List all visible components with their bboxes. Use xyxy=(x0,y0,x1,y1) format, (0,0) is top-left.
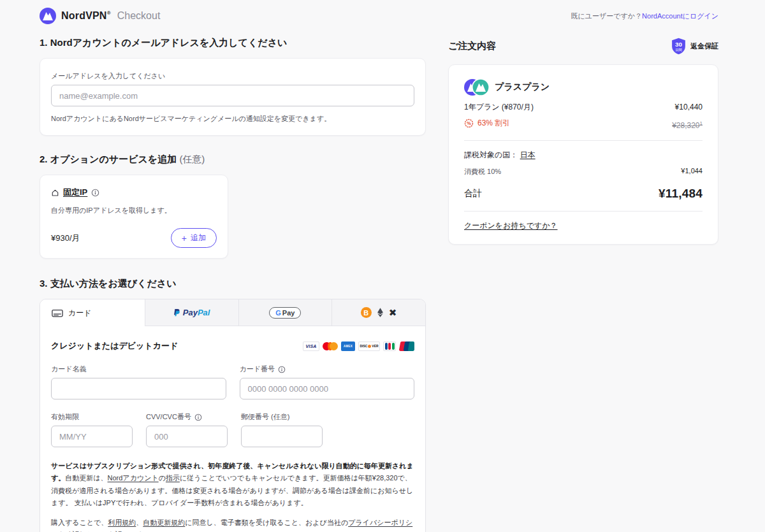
plus-icon: + xyxy=(182,234,187,243)
addon-add-button[interactable]: + 追加 xyxy=(171,228,217,248)
tab-gpay[interactable]: GPay xyxy=(239,299,333,326)
addon-card-dedicated-ip: 固定IP 自分専用のIPアドレスを取得します。 ¥930/月 + 追加 xyxy=(40,175,228,259)
discover-icon: DISCVER xyxy=(358,341,380,351)
tax-amount: ¥1,044 xyxy=(681,167,703,176)
brand: NordVPN® Checkout xyxy=(40,8,160,24)
jcb-icon xyxy=(383,341,396,351)
instructions-link[interactable]: 指示 xyxy=(166,474,180,482)
nordvpn-logo-icon xyxy=(40,8,56,24)
login-prompt: 既にユーザーですか？ xyxy=(571,12,643,20)
zip-label: 郵便番号 (任意) xyxy=(241,412,323,422)
legal-text: サービスはサブスクリプション形式で提供され、初年度終了後、キャンセルされない限り… xyxy=(51,460,414,532)
addon-name-link[interactable]: 固定IP xyxy=(63,187,87,198)
expiry-input[interactable] xyxy=(51,426,133,447)
payment-method-tabs: カード PayPal GPay xyxy=(40,299,425,326)
tax-country-row: 課税対象の国： 日本 xyxy=(464,150,703,161)
order-summary-card: プラスプラン 1年プラン (¥870/月) ¥10,440 % xyxy=(448,64,718,245)
plan-name: プラスプラン xyxy=(495,82,550,93)
terms-link[interactable]: 利用規約 xyxy=(108,519,136,526)
payment-panel: カード PayPal GPay xyxy=(40,299,426,532)
email-card: メールアドレスを入力してください NordアカウントにあるNordサービスマーケ… xyxy=(40,58,426,136)
paypal-logo-icon: PayPal xyxy=(173,308,210,317)
cvv-input[interactable] xyxy=(146,426,228,447)
top-header: NordVPN® Checkout 既にユーザーですか？NordAccountに… xyxy=(40,0,718,28)
xrp-icon: ✖ xyxy=(389,308,397,317)
cvv-label: CVV/CVC番号 xyxy=(146,412,191,422)
tax-label: 消費税 10% xyxy=(464,167,501,176)
tab-card[interactable]: カード xyxy=(40,299,145,326)
auto-renewal-terms-link[interactable]: 自動更新規約 xyxy=(143,519,185,526)
card-name-label: カード名義 xyxy=(51,364,226,374)
card-form: クレジットまたはデビットカード VISA AMEX DISCVER カード xyxy=(40,326,425,532)
tax-country-link[interactable]: 日本 xyxy=(520,150,536,159)
total-label: 合計 xyxy=(464,188,482,199)
credit-card-icon xyxy=(52,308,63,318)
card-brand-icons: VISA AMEX DISCVER xyxy=(303,341,414,351)
divider xyxy=(464,140,703,141)
gpay-logo-icon: GPay xyxy=(269,307,301,319)
addon-description: 自分専用のIPアドレスを取得します。 xyxy=(51,206,217,215)
amex-icon: AMEX xyxy=(341,341,355,351)
svg-text:30: 30 xyxy=(675,41,682,48)
unionpay-icon xyxy=(399,341,414,351)
info-icon[interactable] xyxy=(194,413,202,421)
tab-crypto[interactable]: B ✖ xyxy=(332,299,425,326)
home-icon xyxy=(51,189,59,197)
coupon-link[interactable]: クーポンをお持ちですか？ xyxy=(464,221,558,230)
ethereum-icon xyxy=(377,307,384,318)
svg-text:日間: 日間 xyxy=(675,48,681,52)
zip-input[interactable] xyxy=(241,426,323,447)
discount-label: % 63% 割引 xyxy=(464,118,510,129)
svg-text:%: % xyxy=(467,120,471,126)
addons-section-heading: 2. オプションのサービスを追加 (任意) xyxy=(40,154,426,166)
order-summary-heading: ご注文内容 xyxy=(448,40,496,52)
money-back-guarantee-badge: 30 日間 返金保証 xyxy=(671,38,718,55)
plan-price: ¥10,440 xyxy=(675,103,703,111)
divider xyxy=(464,211,703,212)
expiry-label: 有効期限 xyxy=(51,412,133,422)
brand-name: NordVPN® xyxy=(61,10,111,22)
card-name-input[interactable] xyxy=(51,378,226,399)
visa-icon: VISA xyxy=(303,341,319,351)
plan-term: 1年プラン (¥870/月) xyxy=(464,102,534,113)
nord-account-link[interactable]: Nordアカウント xyxy=(108,474,159,482)
info-icon[interactable] xyxy=(91,189,99,197)
money-back-label: 返金保証 xyxy=(690,41,718,51)
bitcoin-icon: B xyxy=(361,307,372,318)
original-price: ¥28,3201 xyxy=(672,120,703,130)
30day-shield-icon: 30 日間 xyxy=(671,38,687,55)
plus-plan-icon xyxy=(464,79,488,96)
percent-badge-icon: % xyxy=(464,119,474,128)
mastercard-icon xyxy=(323,341,338,351)
login-link[interactable]: NordAccountにログイン xyxy=(642,12,718,20)
email-section-heading: 1. Nordアカウントのメールアドレスを入力してください xyxy=(40,37,426,49)
email-input[interactable] xyxy=(51,85,414,106)
card-form-title: クレジットまたはデビットカード xyxy=(51,340,178,352)
login-area: 既にユーザーですか？NordAccountにログイン xyxy=(571,11,718,21)
card-number-label: カード番号 xyxy=(240,364,275,374)
tab-card-label: カード xyxy=(68,308,92,319)
addon-price: ¥930/月 xyxy=(51,233,80,244)
email-helper-text: NordアカウントにあるNordサービスマーケティングメールの通知設定を変更でき… xyxy=(51,114,414,124)
email-label: メールアドレスを入力してください xyxy=(51,71,414,81)
payment-section-heading: 3. 支払い方法をお選びください xyxy=(40,278,426,290)
brand-subtitle: Checkout xyxy=(117,10,161,22)
tab-paypal[interactable]: PayPal xyxy=(145,299,239,326)
total-amount: ¥11,484 xyxy=(659,187,703,201)
info-icon[interactable] xyxy=(278,366,286,373)
card-number-input[interactable] xyxy=(240,378,415,399)
addons-optional-label: (任意) xyxy=(179,154,205,164)
